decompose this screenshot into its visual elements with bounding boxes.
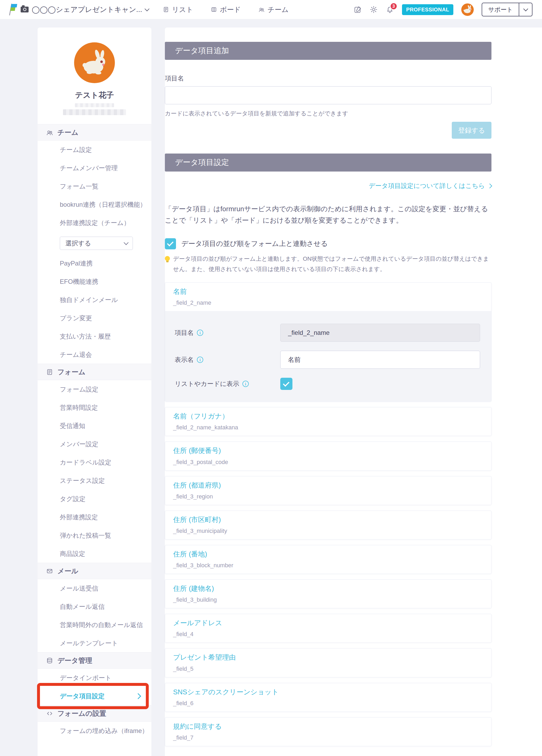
integration-select-value: 選択する xyxy=(65,239,91,247)
chevron-down-icon xyxy=(144,6,149,11)
field-card[interactable]: 規約に同意する _field_7 xyxy=(165,717,491,746)
sidebar-item-status-settings[interactable]: ステータス設定 xyxy=(38,471,151,490)
avatar xyxy=(74,42,115,83)
sidebar-item-plan-change[interactable]: プラン変更 xyxy=(38,309,151,327)
sidebar-item-mail-send-receive[interactable]: メール送受信 xyxy=(38,579,151,597)
nav-list[interactable]: リスト xyxy=(163,5,193,14)
team-switcher[interactable]: ◯◯◯シェアプレゼントキャン... xyxy=(8,3,163,16)
lightbulb-icon xyxy=(165,256,170,261)
key-name-input xyxy=(280,324,480,342)
sidebar-item-after-hours-auto-reply[interactable]: 営業時間外の自動メール返信 xyxy=(38,616,151,634)
add-helper-text: カードに表示されているデータ項目を新規で追加することができます xyxy=(165,110,491,118)
section-title: フォーム xyxy=(57,367,85,377)
register-button[interactable]: 登録する xyxy=(452,122,491,139)
notification-count-badge: 3 xyxy=(390,2,398,10)
help-link-label: データ項目設定について詳しくはこちら xyxy=(369,182,485,190)
sidebar-item-tag-settings[interactable]: タグ設定 xyxy=(38,490,151,508)
field-card[interactable]: 住所 (番地) _field_3_block_number xyxy=(165,545,491,574)
integration-select[interactable]: 選択する xyxy=(60,237,133,250)
settings-description: 「データ項目」はformrunサービス内での表示制御のために利用されます。この設… xyxy=(165,203,491,226)
sidebar-item-member-settings[interactable]: メンバー設定 xyxy=(38,435,151,453)
field-card[interactable]: 住所 (都道府県) _field_3_region xyxy=(165,476,491,505)
database-icon xyxy=(46,657,53,664)
field-card-header[interactable]: 名前 _field_2_name xyxy=(165,283,491,311)
info-icon: i xyxy=(197,330,203,336)
field-title: 住所 (番地) xyxy=(173,550,483,558)
user-name: テスト花子 xyxy=(38,90,151,101)
field-card-expanded: 名前 _field_2_name 項目名 i 表示名 i xyxy=(165,282,491,402)
settings-sidebar: テスト花子 チーム チーム設定 チームメンバー管理 フォーム一覧 bookrun… xyxy=(38,28,151,756)
top-bar: ◯◯◯シェアプレゼントキャン... リスト ボード xyxy=(0,0,542,19)
notifications-bell-icon[interactable]: 3 xyxy=(386,5,394,14)
sidebar-item-mail-template[interactable]: メールテンプレート xyxy=(38,634,151,652)
gear-icon[interactable] xyxy=(370,6,378,13)
sync-order-label: データ項目の並び順をフォーム上と連動させる xyxy=(181,239,328,248)
sidebar-item-auto-reply[interactable]: 自動メール返信 xyxy=(38,597,151,616)
sidebar-item-team-members[interactable]: チームメンバー管理 xyxy=(38,159,151,177)
nav-team[interactable]: チーム xyxy=(258,5,288,14)
sidebar-item-label: データ項目設定 xyxy=(60,692,105,700)
sidebar-item-team-leave[interactable]: チーム退会 xyxy=(38,345,151,364)
nav-team-label: チーム xyxy=(268,5,288,14)
sidebar-item-external-integration-team[interactable]: 外部連携設定（チーム） xyxy=(38,214,151,232)
support-label: サポート xyxy=(482,3,519,16)
section-title: データ管理 xyxy=(57,656,92,665)
nav-list-label: リスト xyxy=(172,5,193,14)
field-card[interactable]: SNSシェアのスクリーンショット _field_6 xyxy=(165,683,491,712)
field-title: 住所 (建物名) xyxy=(173,584,483,593)
sidebar-item-data-import[interactable]: データインポート xyxy=(38,669,151,687)
field-card[interactable]: 住所 (郵便番号) _field_3_postal_code xyxy=(165,442,491,470)
sidebar-item-form-settings[interactable]: フォーム設定 xyxy=(38,380,151,398)
field-code: _field_2_name xyxy=(173,299,483,306)
sidebar-item-paypal[interactable]: PayPal連携 xyxy=(38,254,151,272)
support-button[interactable]: サポート xyxy=(482,3,532,16)
sidebar-item-rejected-posts[interactable]: 弾かれた投稿一覧 xyxy=(38,526,151,545)
field-card[interactable]: 住所 (建物名) _field_3_building xyxy=(165,579,491,608)
user-avatar[interactable] xyxy=(461,3,474,16)
item-name-input[interactable] xyxy=(165,86,491,104)
sidebar-item-business-hours[interactable]: 営業時間設定 xyxy=(38,398,151,417)
field-title: 住所 (都道府県) xyxy=(173,481,483,489)
show-in-list-checkbox[interactable] xyxy=(280,378,292,390)
board-icon xyxy=(211,6,217,13)
sidebar-item-bookrun[interactable]: bookrun連携（日程選択機能） xyxy=(38,195,151,214)
sidebar-item-external-integration[interactable]: 外部連携設定 xyxy=(38,508,151,526)
item-name-label: 項目名 xyxy=(165,74,491,83)
main-content: データ項目追加 項目名 カードに表示されているデータ項目を新規で追加することがで… xyxy=(165,28,542,756)
sidebar-item-receive-notification[interactable]: 受信通知 xyxy=(38,417,151,435)
field-card[interactable]: 名前（フリガナ） _field_2_name_katakana xyxy=(165,407,491,436)
field-code: _field_7 xyxy=(173,734,483,741)
field-title: 名前 xyxy=(173,287,483,296)
section-header-settings: データ項目設定 xyxy=(165,154,491,172)
section-title: メール xyxy=(57,566,78,576)
settings-help-link[interactable]: データ項目設定について詳しくはこちら xyxy=(369,182,491,190)
field-code: _field_3_postal_code xyxy=(173,459,483,466)
chevron-down-icon[interactable] xyxy=(519,3,532,16)
sidebar-item-card-label[interactable]: カードラベル設定 xyxy=(38,453,151,471)
field-title: 名前（フリガナ） xyxy=(173,412,483,420)
sidebar-item-domain-mail[interactable]: 独自ドメインメール xyxy=(38,291,151,309)
sidebar-item-form-list[interactable]: フォーム一覧 xyxy=(38,177,151,195)
section-title: フォームの設置 xyxy=(57,709,106,718)
field-card[interactable]: プレゼント希望理由 _field_5 xyxy=(165,648,491,677)
sidebar-item-product-settings[interactable]: 商品設定 xyxy=(38,545,151,563)
sidebar-item-form-embed[interactable]: フォームの埋め込み（iframe） xyxy=(38,722,151,740)
sidebar-item-team-settings[interactable]: チーム設定 xyxy=(38,141,151,159)
nav-board[interactable]: ボード xyxy=(211,5,241,14)
blurred-text xyxy=(75,103,114,107)
chevron-right-icon xyxy=(135,693,141,699)
top-nav: リスト ボード チーム xyxy=(163,5,288,14)
field-code: _field_3_region xyxy=(173,493,483,500)
sidebar-item-efo[interactable]: EFO機能連携 xyxy=(38,272,151,291)
field-card[interactable]: 住所 (市区町村) _field_3_municipality xyxy=(165,511,491,539)
sidebar-item-payment-history[interactable]: 支払い方法・履歴 xyxy=(38,327,151,345)
sync-order-checkbox[interactable] xyxy=(165,238,176,249)
blurred-text xyxy=(63,109,126,115)
edit-icon[interactable] xyxy=(354,6,362,13)
sidebar-item-data-field-settings[interactable]: データ項目設定 xyxy=(38,687,151,705)
sync-note-text: データ項目の並び順がフォーム上と連動します。ON状態ではフォームで使用されている… xyxy=(173,254,491,275)
field-code: _field_3_municipality xyxy=(173,528,483,534)
section-title: チーム xyxy=(57,128,78,137)
display-name-input[interactable] xyxy=(280,351,480,369)
field-card[interactable]: メールアドレス _field_4 xyxy=(165,614,491,643)
